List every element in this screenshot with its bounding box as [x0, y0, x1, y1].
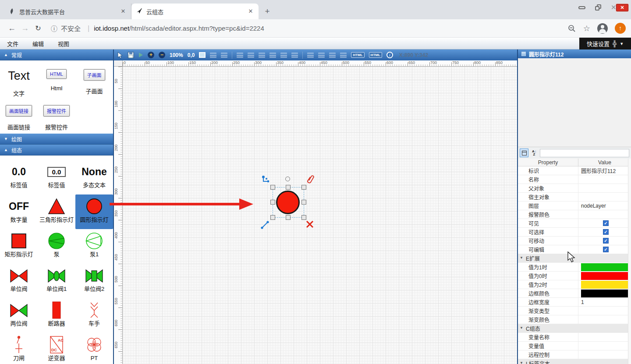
same-size-icon[interactable] — [329, 53, 336, 58]
object-tree-area[interactable] — [518, 58, 631, 147]
tab-platform[interactable]: 思普云大数据平台 ✕ — [4, 4, 131, 19]
property-group-row[interactable]: ▼L标签文本 — [518, 359, 631, 364]
same-height-icon[interactable] — [318, 53, 325, 58]
quick-settings-button[interactable]: 快速设置 ╬ ▼ — [579, 38, 631, 49]
checkbox-checked[interactable]: ✓ — [603, 238, 609, 244]
property-group-row[interactable]: ▼C组态 — [518, 324, 631, 333]
resize-handle-n[interactable] — [286, 185, 291, 190]
menu-edit[interactable]: 编辑 — [25, 39, 51, 48]
property-row[interactable]: 渐变颜色 — [518, 315, 631, 324]
property-row[interactable]: 可编辑✓ — [518, 245, 631, 254]
align-right-icon[interactable] — [259, 53, 265, 58]
palette-item-pt-circles[interactable]: PT — [75, 333, 113, 364]
value-column-header[interactable]: Value — [578, 159, 631, 166]
palette-item-screen-link[interactable]: 画面链接 画面链接 — [0, 100, 38, 134]
palette-item-multi-state-text[interactable]: None多态文本 — [75, 160, 113, 194]
zoom-out-icon[interactable]: − — [159, 52, 165, 58]
close-annotation-icon[interactable]: ✕ — [616, 4, 628, 11]
color-swatch[interactable] — [581, 263, 631, 271]
palette-item-subscreen[interactable]: 子画面 子画面 — [75, 64, 113, 100]
vertical-scrollbar[interactable] — [628, 159, 631, 364]
property-row[interactable]: 报警颜色 — [518, 210, 631, 219]
menu-view[interactable]: 视图 — [51, 39, 76, 48]
palette-item-label-value-box[interactable]: 0.0标签值 — [38, 160, 75, 194]
property-row[interactable]: 渐变类型 — [518, 307, 631, 315]
property-group-row[interactable]: ▼E扩展 — [518, 254, 631, 263]
palette-item-breaker[interactable]: 断路器 — [38, 298, 75, 333]
sort-alpha-button[interactable]: A↓Z — [530, 148, 539, 157]
color-swatch[interactable] — [581, 281, 631, 289]
paste-icon[interactable] — [221, 53, 227, 58]
delete-icon[interactable] — [305, 219, 315, 229]
resize-handle-w[interactable] — [270, 200, 275, 205]
palette-item-circle-indicator[interactable]: 圆形指示灯 — [75, 194, 113, 229]
menu-file[interactable]: 文件 — [0, 39, 25, 48]
property-row[interactable]: 值为0时 — [518, 272, 631, 280]
section-header-general[interactable]: ▲ 常规 — [0, 49, 113, 60]
property-row[interactable]: 可移动✓ — [518, 237, 631, 245]
align-top-icon[interactable] — [269, 53, 276, 58]
property-row[interactable]: 可见✓ — [518, 219, 631, 228]
palette-item-valve-two-color[interactable]: 两位阀 — [0, 298, 38, 333]
property-row[interactable]: 宿主对象 — [518, 193, 631, 201]
resize-handle-nw[interactable] — [270, 185, 275, 190]
rotate-handle[interactable] — [285, 177, 290, 181]
reload-icon[interactable]: ↻ — [32, 22, 45, 35]
tab-close-icon[interactable]: ✕ — [120, 8, 127, 15]
minimize-button[interactable] — [578, 6, 585, 9]
same-width-icon[interactable] — [307, 53, 314, 58]
distribute-icon[interactable] — [340, 53, 347, 58]
palette-item-triangle-indicator[interactable]: 三角形指示灯 — [38, 194, 75, 229]
checkbox-checked[interactable]: ✓ — [603, 220, 609, 226]
design-canvas[interactable] — [123, 67, 517, 364]
run-icon[interactable] — [138, 52, 143, 58]
forward-icon[interactable]: → — [18, 22, 32, 35]
save-icon[interactable] — [128, 52, 134, 58]
attach-icon[interactable] — [306, 174, 316, 184]
connector-icon[interactable] — [261, 175, 271, 185]
page-info-icon[interactable]: ⓘ — [51, 24, 57, 33]
align-left-icon[interactable] — [237, 53, 243, 58]
close-button[interactable]: ✕ ✕ — [611, 3, 628, 12]
property-row[interactable]: 远程控制 — [518, 350, 631, 359]
canvas-settings-icon[interactable] — [199, 52, 206, 58]
resize-handle-sw[interactable] — [270, 215, 275, 220]
palette-item-pump-filled[interactable]: 泵 — [38, 229, 75, 264]
property-column-header[interactable]: Property — [518, 159, 578, 166]
align-middle-icon[interactable] — [280, 53, 287, 58]
palette-item-html[interactable]: HTML Html — [38, 64, 75, 100]
palette-item-fork-arrow[interactable]: 车手 — [75, 298, 113, 333]
resize-handle-e[interactable] — [301, 200, 306, 205]
html-preview-icon[interactable]: HTML — [369, 52, 382, 58]
property-row[interactable]: 标识圆形指示灯112 — [518, 166, 631, 175]
color-swatch[interactable] — [581, 272, 631, 280]
property-row[interactable]: 值为2时 — [518, 280, 631, 289]
zoom-in-icon[interactable]: + — [148, 52, 154, 58]
new-tab-button[interactable]: + — [261, 5, 273, 18]
palette-item-valve-green-ellipse[interactable]: 单位阀1 — [38, 264, 75, 298]
browser-update-icon[interactable]: ↑ — [615, 23, 626, 34]
tab-scada-editor[interactable]: 云组态 ✕ — [131, 4, 259, 19]
zoom-indicator-icon[interactable] — [567, 24, 576, 33]
section-header-drawing[interactable]: ▼ 绘图 — [0, 134, 113, 145]
tab-close-icon[interactable]: ✕ — [247, 8, 254, 15]
palette-item-inverter[interactable]: ACDC逆变器 — [38, 333, 75, 364]
section-header-config[interactable]: ▲ 组态 — [0, 145, 113, 155]
restore-button[interactable] — [595, 4, 601, 11]
palette-item-text[interactable]: Text 文字 — [0, 64, 38, 100]
back-icon[interactable]: ← — [5, 22, 18, 35]
property-row[interactable]: 变量值 — [518, 342, 631, 350]
palette-item-square-indicator[interactable]: 矩形指示灯 — [0, 229, 38, 264]
property-row[interactable]: 名称 — [518, 175, 631, 184]
line-tool-icon[interactable] — [260, 220, 270, 230]
circle-indicator-shape[interactable] — [276, 191, 300, 214]
align-bottom-icon[interactable] — [291, 53, 298, 58]
property-row[interactable]: 值为1时 — [518, 263, 631, 272]
omnibox[interactable]: ⓘ 不安全 | iot.idosp.net/html/scada/editor.… — [51, 22, 561, 35]
categorized-view-button[interactable] — [520, 148, 528, 157]
palette-item-knife-switch[interactable]: 刀闸 — [0, 333, 38, 364]
palette-item-label-value[interactable]: 0.0标签值 — [0, 160, 38, 194]
resize-handle-s[interactable] — [286, 215, 291, 220]
property-row[interactable]: 父对象 — [518, 184, 631, 193]
checkbox-checked[interactable]: ✓ — [603, 229, 609, 235]
